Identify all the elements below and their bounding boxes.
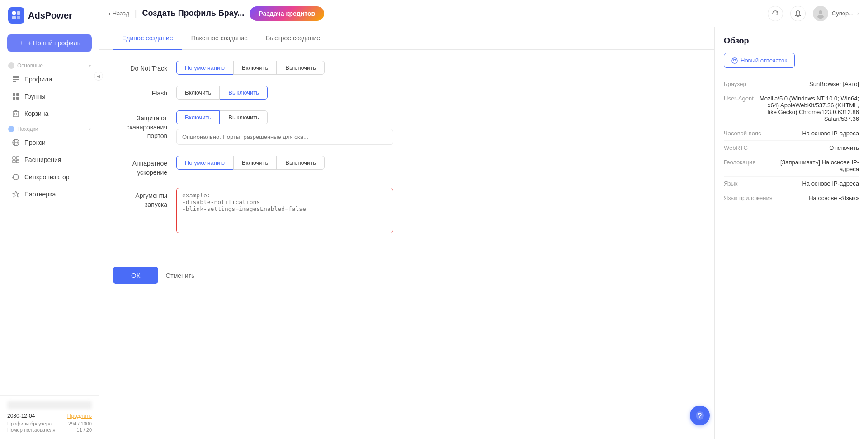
svg-rect-1 — [17, 11, 20, 15]
info-label-geolocation: Геолокация — [724, 159, 755, 172]
svg-rect-22 — [16, 160, 19, 163]
flash-enable-btn[interactable]: Включить — [176, 86, 220, 100]
right-panel: Обзор Новый отпечаток Браузер SunBrowser… — [714, 27, 868, 439]
info-label-language: Язык — [724, 180, 737, 187]
sidebar-item-sync[interactable]: Синхронизатор — [4, 169, 95, 185]
sidebar-date: 2030-12-04 — [7, 413, 35, 419]
port-scan-label: Защита от сканирования портов — [113, 110, 176, 141]
sidebar: AdsPower ＋ + Новый профиль Основные ▾ Пр… — [0, 0, 99, 439]
page-title: Создать Профиль Брау... — [142, 9, 245, 18]
flash-label: Flash — [113, 86, 176, 98]
info-row-geolocation: Геолокация [Запрашивать] На основе IP-ад… — [724, 155, 859, 177]
svg-rect-19 — [13, 157, 15, 159]
svg-rect-9 — [13, 97, 15, 100]
launch-args-label: Аргументы запуска — [113, 188, 176, 209]
svg-rect-0 — [12, 11, 16, 15]
info-value-browser: SunBrowser [Авто] — [809, 81, 859, 87]
tab-single-label: Единое создание — [122, 34, 173, 42]
sidebar-sync-label: Синхронизатор — [24, 173, 70, 181]
sidebar-item-partner[interactable]: Партнерка — [4, 186, 95, 202]
form-content: Do Not Track По умолчанию Включить Выклю… — [99, 50, 714, 258]
sidebar-item-profiles[interactable]: Профили — [4, 71, 95, 87]
hw-default-btn[interactable]: По умолчанию — [176, 156, 233, 170]
new-fingerprint-button[interactable]: Новый отпечаток — [724, 53, 795, 68]
info-label-timezone: Часовой пояс — [724, 130, 761, 137]
sidebar-item-groups[interactable]: Группы — [4, 88, 95, 105]
sidebar-item-extensions[interactable]: Расширения — [4, 152, 95, 168]
sync-icon — [12, 173, 20, 181]
nakhodki-icon — [8, 126, 14, 132]
extensions-icon — [12, 156, 20, 164]
port-scan-enable-btn[interactable]: Включить — [176, 110, 220, 124]
info-label-browser: Браузер — [724, 81, 746, 87]
tab-quick[interactable]: Быстрое создание — [257, 27, 329, 50]
svg-marker-23 — [13, 191, 19, 197]
info-value-webrtc: Отключить — [829, 144, 859, 151]
tab-single[interactable]: Единое создание — [113, 27, 182, 50]
launch-args-textarea[interactable] — [176, 188, 393, 233]
notification-button[interactable] — [790, 6, 806, 21]
info-value-geolocation: [Запрашивать] На основе IP-адреса — [761, 159, 859, 172]
sidebar-item-trash[interactable]: Корзина — [4, 105, 95, 122]
info-value-language: На основе IP-адреса — [802, 180, 859, 187]
ok-button[interactable]: ОК — [113, 267, 158, 284]
info-row-app-language: Язык приложения На основе «Язык» — [724, 191, 859, 205]
nakhodki-arrow: ▾ — [89, 127, 91, 132]
sidebar-profiles-label: Профили — [24, 76, 52, 83]
user-menu[interactable]: Супер... › — [813, 6, 859, 21]
panel-title: Обзор — [724, 36, 859, 46]
refresh-button[interactable] — [768, 6, 783, 21]
support-fab-button[interactable] — [690, 406, 710, 425]
dnt-enable-btn[interactable]: Включить — [233, 61, 277, 75]
hw-enable-btn[interactable]: Включить — [233, 156, 277, 170]
dnt-disable-btn[interactable]: Выключить — [277, 61, 325, 75]
sidebar-proxy-label: Прокси — [24, 139, 46, 146]
do-not-track-row: Do Not Track По умолчанию Включить Выклю… — [113, 61, 701, 75]
logo-icon — [8, 7, 24, 24]
sidebar-item-proxy[interactable]: Прокси — [4, 134, 95, 151]
svg-rect-13 — [14, 110, 17, 111]
svg-point-25 — [817, 15, 824, 19]
port-scan-disable-btn[interactable]: Выключить — [220, 110, 268, 124]
tab-quick-label: Быстрое создание — [266, 34, 320, 42]
profiles-icon — [12, 75, 20, 83]
hw-disable-btn[interactable]: Выключить — [277, 156, 325, 170]
svg-rect-20 — [16, 157, 19, 159]
section-label-nakhodki: Находки ▾ — [0, 122, 99, 134]
new-fingerprint-label: Новый отпечаток — [741, 57, 787, 64]
back-button[interactable]: ‹ Назад — [108, 10, 129, 17]
cancel-button[interactable]: Отменить — [165, 272, 194, 279]
svg-rect-5 — [13, 79, 19, 80]
back-label: Назад — [113, 10, 129, 17]
sidebar-profiles-label-2: Профили браузера — [7, 421, 52, 426]
svg-rect-21 — [13, 160, 15, 163]
hardware-accel-label: Аппаратное ускорение — [113, 156, 176, 177]
launch-args-controls — [176, 188, 701, 233]
flash-disable-btn[interactable]: Выключить — [220, 86, 268, 100]
new-profile-label: + Новый профиль — [28, 39, 80, 47]
section-icon — [8, 62, 14, 69]
dnt-default-btn[interactable]: По умолчанию — [176, 61, 233, 75]
svg-point-24 — [819, 10, 822, 14]
do-not-track-controls: По умолчанию Включить Выключить — [176, 61, 701, 75]
info-value-timezone: На основе IP-адреса — [802, 130, 859, 137]
tab-batch[interactable]: Пакетное создание — [182, 27, 257, 50]
sidebar-renew-btn[interactable]: Продлить — [67, 413, 92, 419]
info-value-useragent: Mozilla/5.0 (Windows NT 10.0; Win64; x64… — [759, 95, 859, 122]
promo-banner[interactable]: Раздача кредитов — [250, 6, 324, 21]
promo-label: Раздача кредитов — [259, 10, 315, 17]
header-actions: Супер... › — [768, 6, 859, 21]
sidebar-date-row: 2030-12-04 Продлить — [7, 413, 92, 419]
new-profile-button[interactable]: ＋ + Новый профиль — [7, 34, 92, 52]
svg-rect-6 — [13, 81, 16, 82]
sidebar-user-number-row: Номер пользователя 11 / 20 — [7, 427, 92, 433]
svg-rect-3 — [17, 16, 20, 19]
main-area: ‹ Назад | Создать Профиль Брау... Раздач… — [99, 0, 868, 439]
plus-icon: ＋ — [19, 39, 25, 47]
svg-rect-8 — [16, 93, 19, 96]
logo-area: AdsPower — [0, 0, 99, 31]
sidebar-collapse-button[interactable]: ◀ — [94, 72, 103, 81]
port-scan-input[interactable] — [176, 129, 393, 145]
port-scan-row: Защита от сканирования портов Включить В… — [113, 110, 701, 145]
svg-rect-10 — [16, 97, 19, 100]
